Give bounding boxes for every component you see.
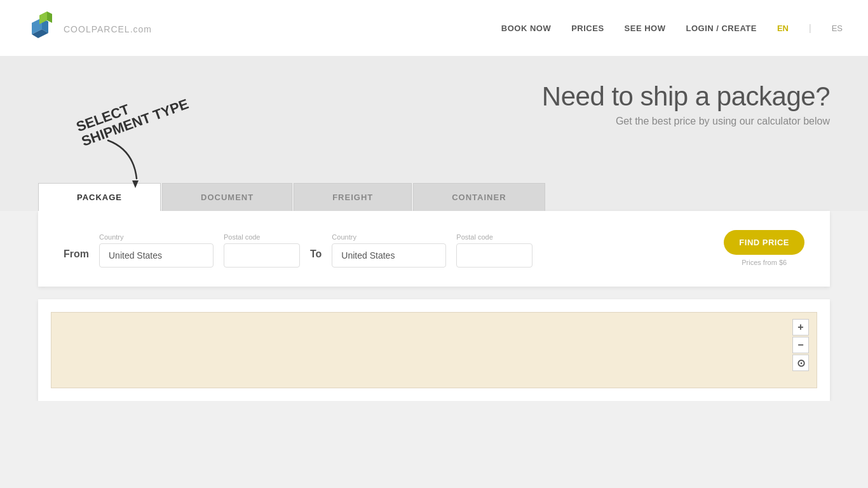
logo[interactable]: COOLPARCEL.com xyxy=(25,11,152,44)
to-postal-label: Postal code xyxy=(456,233,532,241)
nav-prices[interactable]: PRICES xyxy=(571,24,604,33)
annotation: SELECT SHIPMENT TYPE xyxy=(76,100,216,188)
logo-icon xyxy=(25,11,58,44)
tab-container[interactable]: CONTAINER xyxy=(413,183,545,211)
from-postal-label: Postal code xyxy=(224,233,300,241)
map-reset-button[interactable]: ⊙ xyxy=(792,355,809,371)
map-zoom-in-button[interactable]: + xyxy=(792,319,809,336)
to-country-group: Country xyxy=(332,233,446,268)
hero-section: SELECT SHIPMENT TYPE Need to ship a pack… xyxy=(0,56,868,183)
svg-marker-5 xyxy=(132,180,139,188)
to-country-input[interactable] xyxy=(332,243,446,268)
from-postal-input[interactable] xyxy=(224,243,300,268)
find-price-button[interactable]: FIND PRICE xyxy=(724,230,804,255)
nav-book-now[interactable]: BOOK NOW xyxy=(501,24,551,33)
prices-from-text: Prices from $6 xyxy=(742,259,787,266)
find-price-group: FIND PRICE Prices from $6 xyxy=(724,230,804,268)
hero-right: Need to ship a package? Get the best pri… xyxy=(542,81,830,140)
annotation-arrow xyxy=(102,137,153,188)
calculator-form: From Country Postal code To Country Post… xyxy=(38,211,830,287)
hero-subtitle: Get the best price by using our calculat… xyxy=(542,116,830,127)
lang-es[interactable]: ES xyxy=(832,24,843,33)
lang-divider: | xyxy=(809,23,811,33)
to-postal-input[interactable] xyxy=(456,243,532,268)
from-postal-group: Postal code xyxy=(224,233,300,268)
logo-text: COOLPARCEL.com xyxy=(64,20,152,36)
from-country-label: Country xyxy=(99,233,214,241)
svg-marker-4 xyxy=(47,11,52,23)
map-container: + − ⊙ xyxy=(51,312,817,388)
to-country-label: Country xyxy=(332,233,446,241)
header: COOLPARCEL.com BOOK NOW PRICES SEE HOW L… xyxy=(0,0,868,56)
nav-login-create[interactable]: LOGIN / CREATE xyxy=(686,24,756,33)
map-zoom-out-button[interactable]: − xyxy=(792,337,809,353)
lang-en[interactable]: EN xyxy=(777,24,789,33)
tab-freight[interactable]: FREIGHT xyxy=(294,183,412,211)
nav-see-how[interactable]: SEE HOW xyxy=(625,24,666,33)
calculator-row: From Country Postal code To Country Post… xyxy=(64,230,804,268)
to-label: To xyxy=(310,248,322,268)
to-postal-group: Postal code xyxy=(456,233,532,268)
navigation: BOOK NOW PRICES SEE HOW LOGIN / CREATE E… xyxy=(501,23,843,33)
map-controls: + − ⊙ xyxy=(792,319,809,371)
from-country-input[interactable] xyxy=(99,243,214,268)
from-country-group: Country xyxy=(99,233,214,268)
from-label: From xyxy=(64,248,89,268)
map-section: + − ⊙ xyxy=(38,299,830,401)
hero-title: Need to ship a package? xyxy=(542,81,830,112)
